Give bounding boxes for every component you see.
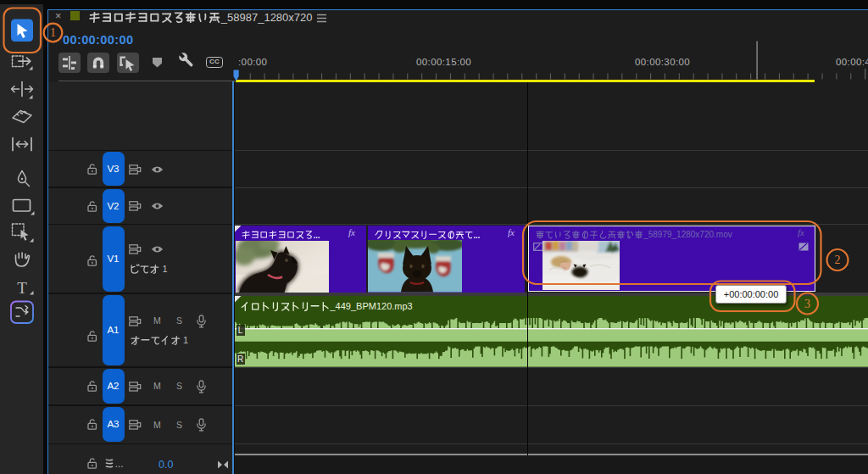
svg-text:2: 2: [835, 254, 841, 266]
svg-text:3: 3: [804, 298, 810, 310]
svg-text:1: 1: [50, 26, 56, 39]
